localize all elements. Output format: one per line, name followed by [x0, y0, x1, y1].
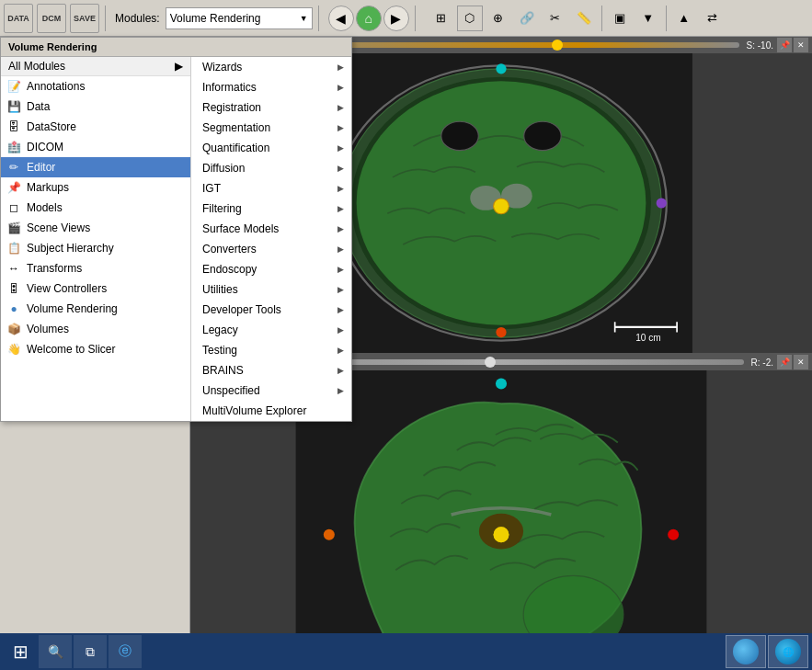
module-item-data[interactable]: 💾 Data — [1, 97, 190, 117]
top-pin-button[interactable]: 📌 — [777, 38, 792, 52]
start-button[interactable]: ⊞ — [4, 635, 37, 668]
3d-button[interactable]: ⬡ — [457, 6, 483, 31]
wizards-arrow-icon: ▶ — [337, 62, 344, 72]
category-registration[interactable]: Registration ▶ — [191, 97, 351, 118]
search-icon: 🔍 — [48, 644, 63, 659]
save-button[interactable]: SAVE — [70, 4, 99, 33]
svg-text:10 cm: 10 cm — [635, 333, 661, 343]
layout-button[interactable]: ▣ — [607, 6, 633, 31]
module-item-welcome[interactable]: 👋 Welcome to Slicer — [1, 339, 190, 359]
quantification-arrow-icon: ▶ — [337, 143, 344, 153]
bottom-close-button[interactable]: ✕ — [794, 355, 808, 369]
grid-view-button[interactable]: ⊞ — [429, 6, 454, 31]
category-igt[interactable]: IGT ▶ — [191, 178, 351, 199]
category-informatics[interactable]: Informatics ▶ — [191, 77, 351, 97]
top-close-button[interactable]: ✕ — [794, 38, 808, 52]
view-controllers-icon: 🎛 — [6, 281, 21, 296]
module-item-transforms[interactable]: ↔ Transforms — [1, 258, 190, 278]
network-taskbar-button[interactable]: 🌐 — [768, 635, 808, 668]
dropdown-header: Volume Rendering — [1, 38, 351, 57]
bottom-viewer-r-value: R: -2. — [751, 358, 773, 368]
module-item-dicom[interactable]: 🏥 DICOM — [1, 137, 190, 157]
all-modules-arrow-icon: ▶ — [175, 60, 183, 73]
module-dropdown-menu: Volume Rendering All Modules ▶ 📝 Annotat… — [0, 37, 352, 422]
svg-point-28 — [668, 529, 679, 540]
unspecified-arrow-icon: ▶ — [337, 386, 344, 395]
module-item-subject-hierarchy[interactable]: 📋 Subject Hierarchy — [1, 238, 190, 258]
forward-button[interactable]: ▶ — [383, 6, 409, 31]
utilities-arrow-icon: ▶ — [337, 285, 344, 294]
expand-button[interactable]: ⇄ — [700, 6, 726, 31]
category-quantification[interactable]: Quantification ▶ — [191, 138, 351, 158]
category-surface-models[interactable]: Surface Models ▶ — [191, 219, 351, 239]
taskbar-search-button[interactable]: 🔍 — [39, 635, 72, 668]
dropdown-content: All Modules ▶ 📝 Annotations 💾 Data 🗄 Dat… — [1, 57, 351, 421]
nav-buttons: ◀ ⌂ ▶ — [328, 6, 409, 31]
category-testing[interactable]: Testing ▶ — [191, 340, 351, 360]
scene-views-icon: 🎬 — [6, 221, 21, 235]
category-segmentation[interactable]: Segmentation ▶ — [191, 118, 351, 138]
endoscopy-arrow-icon: ▶ — [337, 265, 344, 274]
separator-5 — [666, 6, 667, 31]
category-wizards[interactable]: Wizards ▶ — [191, 57, 351, 77]
category-multivolume[interactable]: MultiVolume Explorer — [191, 401, 351, 421]
windows-icon: ⊞ — [13, 641, 29, 663]
layout-arrow[interactable]: ▼ — [635, 6, 661, 31]
category-diffusion[interactable]: Diffusion ▶ — [191, 158, 351, 178]
svg-point-27 — [324, 529, 335, 540]
filtering-arrow-icon: ▶ — [337, 204, 344, 213]
category-converters[interactable]: Converters ▶ — [191, 239, 351, 259]
svg-point-17 — [657, 198, 667, 208]
task-view-button[interactable]: ⧉ — [74, 635, 107, 668]
home-button[interactable]: ⌂ — [356, 6, 382, 31]
up-button[interactable]: ▲ — [671, 6, 697, 31]
main-toolbar: DATA DCM SAVE Modules: Volume Rendering … — [0, 0, 812, 37]
right-toolbar: ⊞ ⬡ ⊕ 🔗 ✂ 📏 ▣ ▼ ▲ ⇄ — [429, 6, 726, 31]
category-developer-tools[interactable]: Developer Tools ▶ — [191, 300, 351, 320]
module-dropdown[interactable]: Volume Rendering ▼ — [166, 7, 313, 29]
module-item-volume-rendering[interactable]: ● Volume Rendering — [1, 299, 190, 319]
top-viewer-s-value: S: -10. — [747, 40, 773, 51]
module-item-markups[interactable]: 📌 Markups — [1, 177, 190, 198]
diffusion-arrow-icon: ▶ — [337, 164, 344, 173]
registration-arrow-icon: ▶ — [337, 103, 344, 112]
category-filtering[interactable]: Filtering ▶ — [191, 199, 351, 219]
segmentation-arrow-icon: ▶ — [337, 123, 344, 132]
separator-1 — [105, 6, 106, 31]
category-unspecified[interactable]: Unspecified ▶ — [191, 380, 351, 401]
volume-rendering-icon: ● — [6, 301, 21, 316]
back-button[interactable]: ◀ — [328, 6, 354, 31]
module-item-view-controllers[interactable]: 🎛 View Controllers — [1, 278, 190, 299]
category-brains[interactable]: BRAINS ▶ — [191, 360, 351, 380]
crosshair-button[interactable]: ⊕ — [486, 6, 511, 31]
taskbar: ⊞ 🔍 ⧉ ⓔ 🌐 — [0, 633, 812, 670]
data-button[interactable]: DATA — [4, 4, 33, 33]
editor-icon: ✏ — [6, 160, 21, 175]
edge-browser-button[interactable]: ⓔ — [109, 635, 142, 668]
slicer-taskbar-button[interactable] — [726, 635, 766, 668]
network-icon: 🌐 — [775, 639, 801, 664]
category-legacy[interactable]: Legacy ▶ — [191, 320, 351, 340]
module-item-datastore[interactable]: 🗄 DataStore — [1, 117, 190, 137]
category-utilities[interactable]: Utilities ▶ — [191, 279, 351, 300]
converters-arrow-icon: ▶ — [337, 244, 344, 254]
modules-list: All Modules ▶ 📝 Annotations 💾 Data 🗄 Dat… — [1, 57, 191, 421]
module-item-models[interactable]: ◻ Models — [1, 198, 190, 218]
svg-point-25 — [496, 378, 507, 389]
scissors-button[interactable]: ✂ — [543, 6, 568, 31]
dcm-button[interactable]: DCM — [37, 4, 66, 33]
link-button[interactable]: 🔗 — [514, 6, 540, 31]
bottom-viewer-controls: 📌 ✕ — [777, 355, 808, 369]
module-item-editor[interactable]: ✏ Editor — [1, 157, 190, 177]
module-item-scene-views[interactable]: 🎬 Scene Views — [1, 218, 190, 238]
all-modules-item[interactable]: All Modules ▶ — [1, 57, 190, 76]
informatics-arrow-icon: ▶ — [337, 83, 344, 92]
ruler-button[interactable]: 📏 — [571, 6, 597, 31]
svg-point-8 — [441, 121, 478, 150]
module-item-annotations[interactable]: 📝 Annotations — [1, 76, 190, 97]
bottom-pin-button[interactable]: 📌 — [777, 355, 792, 369]
category-endoscopy[interactable]: Endoscopy ▶ — [191, 259, 351, 279]
modules-label: Modules: — [115, 12, 160, 25]
separator-3 — [415, 6, 416, 31]
module-item-volumes[interactable]: 📦 Volumes — [1, 319, 190, 339]
